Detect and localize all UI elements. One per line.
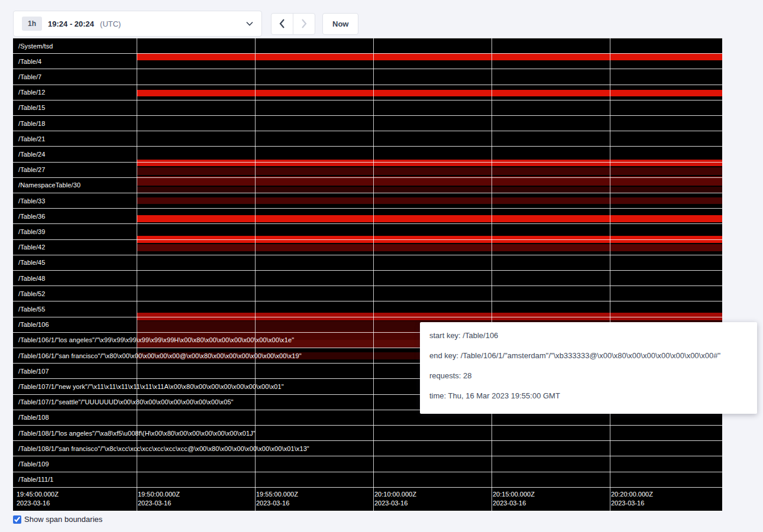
key-span-label: /Table/21 [13,135,46,142]
key-span-label: /Table/18 [13,120,46,127]
key-span-row[interactable]: /Table/55 [13,301,722,317]
key-span-label: /Table/107 [13,368,49,375]
time-range-selector[interactable]: 1h 19:24 - 20:24 (UTC) [13,11,262,37]
key-span-row[interactable]: /Table/52 [13,286,722,301]
key-span-label: /Table/7 [13,73,41,80]
tooltip-time: time: Thu, 16 Mar 2023 19:55:00 GMT [429,391,748,400]
prev-range-button[interactable] [271,13,293,35]
key-span-row[interactable]: /Table/7 [13,69,722,85]
key-span-label: /NamespaceTable/30 [13,181,80,189]
key-visualizer-page: 1h 19:24 - 20:24 (UTC) Now /System/tsd/ [0,0,763,532]
key-span-row[interactable]: /Table/108/1/"san francisco"/"\x8c\xcc\x… [13,441,722,456]
chevron-down-icon [246,21,253,26]
key-span-row[interactable]: /System/tsd [13,38,722,54]
show-span-boundaries-control: Show span boundaries [13,515,763,524]
now-button[interactable]: Now [322,13,358,35]
key-span-label: /System/tsd [13,43,53,50]
key-span-label: /Table/106/1/"los angeles"/"\x99\x99\x99… [13,336,294,343]
key-span-row[interactable]: /Table/4 [13,54,722,69]
key-span-label: /Table/4 [13,58,41,65]
time-tick: 20:20:00.000Z2023-03-16 [611,490,653,508]
key-span-row[interactable]: /Table/36 [13,209,722,224]
show-span-boundaries-label: Show span boundaries [24,515,102,524]
key-span-row[interactable]: /Table/39 [13,224,722,239]
range-timezone: (UTC) [100,20,121,28]
key-rows: /System/tsd/Table/4/Table/7/Table/12/Tab… [13,38,722,487]
key-span-label: /Table/24 [13,151,46,158]
chevron-left-icon [279,19,285,28]
time-nav-group [271,13,315,35]
key-span-label: /Table/109 [13,460,49,468]
key-span-label: /Table/108/1/"san francisco"/"\x8c\xcc\x… [13,445,309,452]
key-span-label: /Table/48 [13,275,46,282]
time-axis: 19:45:00.000Z2023-03-1619:50:00.000Z2023… [13,487,722,511]
key-span-label: /Table/108 [13,414,49,421]
key-span-label: /Table/36 [13,213,46,220]
key-span-row[interactable]: /NamespaceTable/30 [13,178,722,193]
time-tick: 19:55:00.000Z2023-03-16 [256,490,298,508]
range-duration-badge: 1h [22,17,42,31]
key-span-row[interactable]: /Table/24 [13,147,722,162]
key-span-label: /Table/107/1/"seattle"/"UUUUUUD\x00\x80\… [13,398,234,406]
key-span-row[interactable]: /Table/15 [13,100,722,116]
key-span-row[interactable]: /Table/33 [13,193,722,209]
key-span-row[interactable]: /Table/108/1/"los angeles"/"\xa8\xf5\u00… [13,426,722,441]
key-span-row[interactable]: /Table/42 [13,240,722,255]
tooltip-start-key: start key: /Table/106 [429,331,748,340]
key-span-label: /Table/12 [13,89,46,96]
key-span-label: /Table/108/1/"los angeles"/"\xa8\xf5\u00… [13,430,256,437]
show-span-boundaries-checkbox[interactable] [13,515,21,524]
key-span-label: /Table/107/1/"new york"/"\x11\x11\x11\x1… [13,383,284,390]
key-span-label: /Table/33 [13,197,46,205]
key-span-label: /Table/55 [13,306,46,313]
key-span-label: /Table/15 [13,104,46,111]
key-span-row[interactable]: /Table/18 [13,116,722,131]
chevron-right-icon [301,19,307,28]
key-span-row[interactable]: /Table/109 [13,456,722,472]
key-visualizer-canvas[interactable]: /System/tsd/Table/4/Table/7/Table/12/Tab… [13,38,722,511]
time-tick: 19:50:00.000Z2023-03-16 [138,490,180,508]
span-tooltip: start key: /Table/106 end key: /Table/10… [420,322,757,414]
toolbar: 1h 19:24 - 20:24 (UTC) Now [0,0,763,37]
key-span-label: /Table/52 [13,290,46,297]
key-span-label: /Table/27 [13,166,46,173]
key-span-row[interactable]: /Table/27 [13,163,722,178]
key-span-row[interactable]: /Table/111/1 [13,472,722,488]
key-span-label: /Table/42 [13,244,46,251]
range-text: 19:24 - 20:24 [48,20,94,28]
next-range-button[interactable] [293,13,315,35]
key-span-label: /Table/106 [13,321,49,328]
time-tick: 20:15:00.000Z2023-03-16 [493,490,535,508]
key-span-label: /Table/45 [13,259,46,266]
key-span-row[interactable]: /Table/45 [13,255,722,271]
key-span-label: /Table/106/1/"san francisco"/"\x80\x00\x… [13,352,302,359]
tooltip-end-key: end key: /Table/106/1/"amsterdam"/"\xb33… [429,351,748,360]
key-span-label: /Table/111/1 [13,476,54,483]
time-tick: 20:10:00.000Z2023-03-16 [374,490,416,508]
tooltip-requests: requests: 28 [429,371,748,380]
key-span-label: /Table/39 [13,228,46,235]
key-span-row[interactable]: /Table/21 [13,131,722,147]
time-tick: 19:45:00.000Z2023-03-16 [17,490,59,508]
key-span-row[interactable]: /Table/48 [13,271,722,286]
key-span-row[interactable]: /Table/12 [13,85,722,100]
